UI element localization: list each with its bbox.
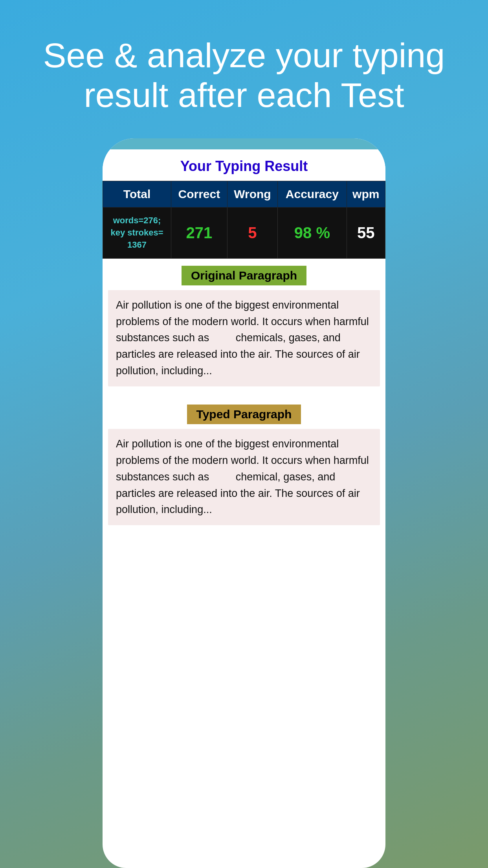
typed-paragraph: Air pollution is one of the biggest envi… [108,429,380,525]
headline-line2: result after each Test [84,75,404,114]
original-section: Original Paragraph Air pollution is one … [103,259,385,386]
headline-line1: See & analyze your typing [43,36,445,75]
data-wpm: 55 [347,208,385,258]
header-accuracy: Accuracy [278,181,347,208]
original-label: Original Paragraph [182,266,306,285]
data-accuracy: 98 % [278,208,347,258]
header-total: Total [103,181,171,208]
header-wpm: wpm [347,181,385,208]
data-total: words=276;key strokes=1367 [103,208,171,258]
typed-label: Typed Paragraph [187,405,301,424]
original-paragraph: Air pollution is one of the biggest envi… [108,290,380,386]
data-correct: 271 [171,208,227,258]
data-wrong: 5 [227,208,278,258]
typed-section: Typed Paragraph Air pollution is one of … [103,397,385,525]
phone-top-bar [103,138,385,149]
stats-header-row: Total Correct Wrong Accuracy wpm [103,181,385,208]
result-title: Your Typing Result [103,149,385,181]
header-wrong: Wrong [227,181,278,208]
stats-data-row: words=276;key strokes=1367 271 5 98 % 55 [103,208,385,258]
phone-mockup: Your Typing Result Total Correct Wrong A… [103,138,385,868]
header-correct: Correct [171,181,227,208]
headline: See & analyze your typing result after e… [0,35,488,115]
stats-table: Total Correct Wrong Accuracy wpm words=2… [103,181,385,258]
